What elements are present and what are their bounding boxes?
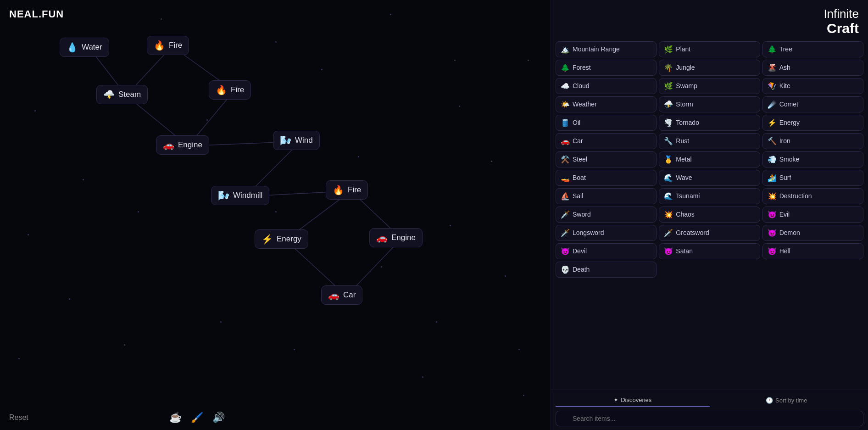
sidebar-item-steel[interactable]: ⚒️Steel — [556, 151, 657, 168]
sidebar-item-tornado[interactable]: 🌪️Tornado — [659, 115, 760, 131]
sidebar-label-26: Destruction — [779, 192, 812, 200]
sidebar-label-4: Jungle — [676, 64, 695, 71]
bottom-toolbar: ☕ 🖌️ 🔊 — [169, 412, 225, 424]
sidebar-item-comet[interactable]: ☄️Comet — [762, 96, 863, 112]
sidebar-label-34: Satan — [676, 247, 693, 255]
canvas-element-fire1[interactable]: 🔥Fire — [147, 36, 189, 55]
fire3-emoji: 🔥 — [333, 184, 344, 195]
sidebar-label-30: Longsword — [573, 229, 604, 236]
sidebar-item-boat[interactable]: 🚤Boat — [556, 170, 657, 186]
sidebar-label-20: Smoke — [779, 156, 800, 163]
game-title: Infinite Craft — [823, 7, 859, 36]
sidebar-label-0: Mountain Range — [573, 45, 620, 53]
fire2-emoji: 🔥 — [216, 84, 227, 95]
sidebar-label-32: Demon — [779, 229, 800, 236]
sidebar-emoji-11: ☄️ — [768, 100, 777, 109]
water-label: Water — [82, 43, 102, 52]
sidebar-item-rust[interactable]: 🔧Rust — [659, 133, 760, 149]
sidebar-item-chaos[interactable]: 💥Chaos — [659, 207, 760, 223]
search-input[interactable] — [556, 411, 863, 426]
sidebar-item-longsword[interactable]: 🗡️Longsword — [556, 225, 657, 241]
canvas-element-water[interactable]: 💧Water — [60, 38, 109, 57]
sidebar-label-19: Metal — [676, 156, 691, 163]
tab-discoveries[interactable]: ✦ Discoveries — [556, 394, 710, 407]
car-emoji: 🚗 — [328, 290, 339, 301]
canvas-element-fire2[interactable]: 🔥Fire — [209, 80, 251, 100]
coffee-icon[interactable]: ☕ — [169, 412, 182, 424]
sidebar-item-evil[interactable]: 😈Evil — [762, 207, 863, 223]
sidebar-emoji-24: ⛵ — [561, 192, 570, 201]
sidebar-item-storm[interactable]: ⛈️Storm — [659, 96, 760, 112]
steam-label: Steam — [118, 90, 141, 99]
brush-icon[interactable]: 🖌️ — [191, 412, 203, 424]
canvas-element-wind[interactable]: 🌬️Wind — [273, 131, 320, 150]
sidebar-item-hell[interactable]: 😈Hell — [762, 243, 863, 259]
fire1-label: Fire — [169, 41, 182, 50]
search-wrapper[interactable]: 🔍 — [556, 411, 863, 426]
sidebar-item-car[interactable]: 🚗Car — [556, 133, 657, 149]
sidebar-item-swamp[interactable]: 🌿Swamp — [659, 78, 760, 94]
sidebar-emoji-5: 🌋 — [768, 63, 777, 72]
sidebar-item-tree[interactable]: 🌲Tree — [762, 41, 863, 57]
sidebar-item-sail[interactable]: ⛵Sail — [556, 188, 657, 204]
canvas-element-engine1[interactable]: 🚗Engine — [156, 135, 209, 155]
sidebar-item-kite[interactable]: 🪁Kite — [762, 78, 863, 94]
sidebar-item-demon[interactable]: 😈Demon — [762, 225, 863, 241]
tab-sort-by-time[interactable]: 🕐 Sort by time — [710, 394, 864, 407]
sidebar-item-wave[interactable]: 🌊Wave — [659, 170, 760, 186]
sidebar-item-energy[interactable]: ⚡Energy — [762, 115, 863, 131]
sidebar-item-metal[interactable]: 🥇Metal — [659, 151, 760, 168]
sidebar-item-oil[interactable]: 🛢️Oil — [556, 115, 657, 131]
sidebar-item-devil[interactable]: 😈Devil — [556, 243, 657, 259]
sidebar-emoji-19: 🥇 — [664, 155, 673, 164]
sidebar-item-death[interactable]: 💀Death — [556, 262, 657, 278]
sidebar-item-jungle[interactable]: 🌴Jungle — [659, 60, 760, 76]
sidebar-item-iron[interactable]: 🔨Iron — [762, 133, 863, 149]
sidebar-emoji-7: 🌿 — [664, 82, 673, 90]
sidebar-label-5: Ash — [779, 64, 790, 71]
sidebar-emoji-4: 🌴 — [664, 63, 673, 72]
engine2-emoji: 🚗 — [376, 232, 388, 243]
sidebar-item-weather[interactable]: 🌤️Weather — [556, 96, 657, 112]
canvas-element-windmill[interactable]: 🌬️Windmill — [211, 186, 269, 205]
sidebar-item-cloud[interactable]: ☁️Cloud — [556, 78, 657, 94]
engine1-label: Engine — [178, 140, 202, 150]
car-label: Car — [343, 290, 356, 300]
sidebar-label-1: Plant — [676, 45, 690, 53]
sidebar-item-tsunami[interactable]: 🌊Tsunami — [659, 188, 760, 204]
sidebar-item-forest[interactable]: 🌲Forest — [556, 60, 657, 76]
canvas-element-car[interactable]: 🚗Car — [321, 285, 362, 305]
sidebar-emoji-28: 💥 — [664, 210, 673, 219]
sidebar-item-mountain-range[interactable]: 🏔️Mountain Range — [556, 41, 657, 57]
sidebar-item-smoke[interactable]: 💨Smoke — [762, 151, 863, 168]
sidebar-footer: ✦ Discoveries 🕐 Sort by time 🔍 — [551, 390, 868, 430]
sidebar-emoji-13: 🌪️ — [664, 118, 673, 127]
sidebar-label-23: Surf — [779, 174, 791, 181]
sidebar-item-plant[interactable]: 🌿Plant — [659, 41, 760, 57]
sidebar-item-ash[interactable]: 🌋Ash — [762, 60, 863, 76]
canvas-element-energy[interactable]: ⚡Energy — [255, 229, 308, 249]
canvas-element-engine2[interactable]: 🚗Engine — [369, 228, 423, 247]
footer-tabs[interactable]: ✦ Discoveries 🕐 Sort by time — [556, 394, 863, 407]
sidebar-label-29: Evil — [779, 211, 790, 218]
sound-icon[interactable]: 🔊 — [212, 412, 225, 424]
sidebar-emoji-22: 🌊 — [664, 173, 673, 182]
canvas-element-steam[interactable]: 🌩️Steam — [96, 85, 148, 104]
canvas-element-fire3[interactable]: 🔥Fire — [326, 180, 368, 200]
sidebar-item-greatsword[interactable]: 🗡️Greatsword — [659, 225, 760, 241]
craft-canvas[interactable]: NEAL.FUN 💧Water🔥Fire🌩️Steam🔥Fire🚗Engine🌬… — [0, 0, 551, 430]
items-grid[interactable]: 🏔️Mountain Range🌿Plant🌲Tree🌲Forest🌴Jungl… — [551, 39, 868, 390]
sidebar-label-21: Boat — [573, 174, 586, 181]
sidebar-item-satan[interactable]: 😈Satan — [659, 243, 760, 259]
windmill-label: Windmill — [233, 191, 262, 200]
sidebar-label-27: Sword — [573, 211, 591, 218]
sidebar-label-33: Devil — [573, 247, 587, 255]
sidebar-emoji-18: ⚒️ — [561, 155, 570, 164]
sidebar-emoji-35: 😈 — [768, 247, 777, 256]
sidebar-emoji-6: ☁️ — [561, 82, 570, 90]
sidebar-item-destruction[interactable]: 💥Destruction — [762, 188, 863, 204]
sidebar-item-sword[interactable]: 🗡️Sword — [556, 207, 657, 223]
sidebar-item-surf[interactable]: 🏄Surf — [762, 170, 863, 186]
reset-button[interactable]: Reset — [9, 413, 28, 422]
steam-emoji: 🌩️ — [103, 89, 115, 100]
